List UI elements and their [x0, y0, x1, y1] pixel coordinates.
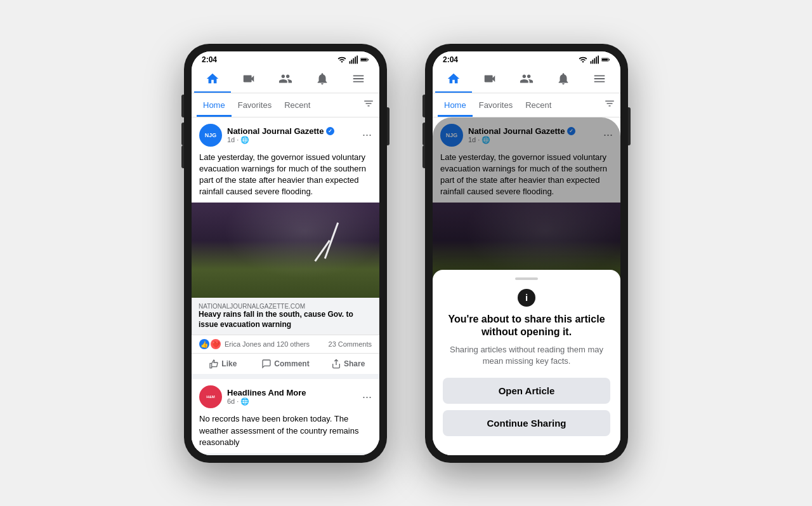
phone-left: 2:04	[184, 44, 387, 463]
post-subinfo-1-left: 1d · 🌐	[227, 136, 357, 144]
info-icon: i	[518, 289, 535, 307]
post-text-1-right: Late yesterday, the governor issued volu…	[433, 150, 620, 203]
home-icon-right	[447, 72, 461, 86]
comment-btn-left[interactable]: Comment	[254, 355, 317, 373]
wifi-icon	[337, 55, 346, 64]
groups-icon	[278, 72, 292, 86]
svg-rect-10	[594, 58, 595, 63]
post-reactions-left: 👍 ❤️ Erica Jones and 120 others 23 Comme…	[192, 335, 379, 354]
nav-home-right[interactable]	[435, 65, 472, 93]
post-name-1-right: National Journal Gazette ✓	[468, 126, 598, 136]
svg-rect-14	[609, 58, 610, 60]
wifi-icon-right	[579, 55, 587, 64]
post-avatar-2-left: H&M	[199, 385, 222, 408]
verified-badge-1: ✓	[326, 127, 334, 135]
nav-home-left[interactable]	[194, 65, 231, 93]
svg-rect-3	[355, 57, 356, 63]
battery-icon	[360, 55, 369, 64]
nav-groups-left[interactable]	[267, 65, 304, 93]
nav-notifications-right[interactable]	[545, 65, 582, 93]
like-icon	[209, 359, 219, 369]
nav-video-right[interactable]	[472, 65, 509, 93]
nav-video-left[interactable]	[231, 65, 268, 93]
home-icon	[206, 72, 219, 86]
svg-rect-1	[351, 60, 353, 63]
svg-rect-11	[596, 57, 597, 63]
post-subinfo-1-right: 1d · 🌐	[468, 136, 598, 144]
status-icons-right	[579, 55, 610, 64]
fb-nav-left	[192, 65, 379, 93]
menu-icon	[351, 72, 365, 86]
nav-menu-left[interactable]	[340, 65, 377, 93]
post-card-2-left: H&M Headlines And More 6d · 🌐 ··· N	[192, 379, 379, 453]
feed-filter-left[interactable]	[363, 98, 374, 112]
post-header-2-left: H&M Headlines And More 6d · 🌐 ···	[192, 379, 379, 412]
tab-home-right[interactable]: Home	[438, 93, 473, 117]
post-subinfo-2-left: 6d · 🌐	[227, 397, 357, 406]
bell-icon	[315, 72, 329, 86]
continue-sharing-btn[interactable]: Continue Sharing	[443, 410, 610, 436]
tab-home-left[interactable]: Home	[197, 93, 232, 117]
tab-favorites-left[interactable]: Favorites	[232, 93, 278, 117]
fb-tabs-left: Home Favorites Recent	[192, 93, 379, 117]
svg-rect-0	[350, 61, 351, 63]
open-article-btn[interactable]: Open Article	[443, 378, 610, 404]
battery-icon-right	[601, 55, 610, 64]
post-text-1-left: Late yesterday, the governor issued volu…	[192, 150, 379, 203]
phone-notch-left	[260, 44, 311, 49]
link-preview-left[interactable]: NATIONALJOURNALGAZETTE.COM Heavy rains f…	[192, 298, 379, 335]
phones-container: 2:04	[184, 44, 628, 463]
feed-left: NJG National Journal Gazette ✓ 1d · 🌐 ··	[192, 117, 379, 455]
post-menu-2-left[interactable]: ···	[362, 390, 372, 404]
status-icons-left	[337, 55, 369, 64]
post-menu-1-right[interactable]: ···	[603, 128, 613, 142]
tab-favorites-right[interactable]: Favorites	[473, 93, 519, 117]
share-btn-left[interactable]: Share	[317, 355, 379, 373]
lightning-bg	[192, 203, 379, 298]
post-header-1-right: NJG National Journal Gazette ✓ 1d · 🌐 ··	[433, 117, 620, 150]
post-card-1-left: NJG National Journal Gazette ✓ 1d · 🌐 ··	[192, 117, 379, 375]
fb-nav-right	[433, 65, 620, 93]
menu-icon-right	[593, 72, 606, 86]
post-menu-1-left[interactable]: ···	[362, 128, 372, 142]
sheet-subtitle: Sharing articles without reading them ma…	[443, 344, 610, 367]
nav-menu-right[interactable]	[581, 65, 618, 93]
post-name-1-left: National Journal Gazette ✓	[227, 126, 357, 136]
post-actions-left: Like Comment Share	[192, 354, 379, 374]
link-domain: NATIONALJOURNALGAZETTE.COM	[199, 303, 372, 310]
bell-icon-right	[556, 72, 570, 86]
post-text-2-left: No records have been broken today. The w…	[192, 412, 379, 453]
sheet-handle	[515, 277, 538, 280]
nav-groups-right[interactable]	[508, 65, 545, 93]
signal-icon	[349, 55, 358, 64]
feed-right: NJG National Journal Gazette ✓ 1d · 🌐 ··	[433, 117, 620, 455]
svg-rect-7	[361, 58, 367, 60]
video-icon	[242, 72, 256, 86]
reaction-icons-left: 👍 ❤️ Erica Jones and 120 others	[199, 339, 310, 349]
post-avatar-1-left: NJG	[199, 124, 222, 147]
tab-recent-left[interactable]: Recent	[278, 93, 317, 117]
phone-right: 2:04	[425, 44, 628, 463]
time-right: 2:04	[443, 55, 458, 64]
comment-icon	[261, 359, 272, 369]
svg-rect-2	[353, 58, 354, 63]
like-btn-left[interactable]: Like	[192, 355, 254, 373]
phone-screen-right: 2:04	[433, 51, 620, 455]
status-bar-right: 2:04	[433, 51, 620, 65]
time-left: 2:04	[202, 55, 217, 64]
tab-recent-right[interactable]: Recent	[519, 93, 558, 117]
status-bar-left: 2:04	[192, 51, 379, 65]
post-header-1-left: NJG National Journal Gazette ✓ 1d · 🌐 ··	[192, 117, 379, 150]
svg-rect-8	[591, 61, 592, 63]
sheet-title: You're about to share this article witho…	[443, 313, 610, 340]
nav-notifications-left[interactable]	[304, 65, 341, 93]
love-emoji: ❤️	[211, 339, 221, 349]
like-emoji: 👍	[199, 339, 209, 349]
link-title: Heavy rains fall in the south, cause Gov…	[199, 310, 372, 330]
post-meta-1-left: National Journal Gazette ✓ 1d · 🌐	[227, 126, 357, 144]
share-icon	[331, 359, 341, 369]
feed-filter-right[interactable]	[604, 98, 615, 112]
svg-rect-12	[598, 55, 599, 63]
post-image-1-left	[192, 203, 379, 298]
filter-icon	[363, 98, 374, 109]
